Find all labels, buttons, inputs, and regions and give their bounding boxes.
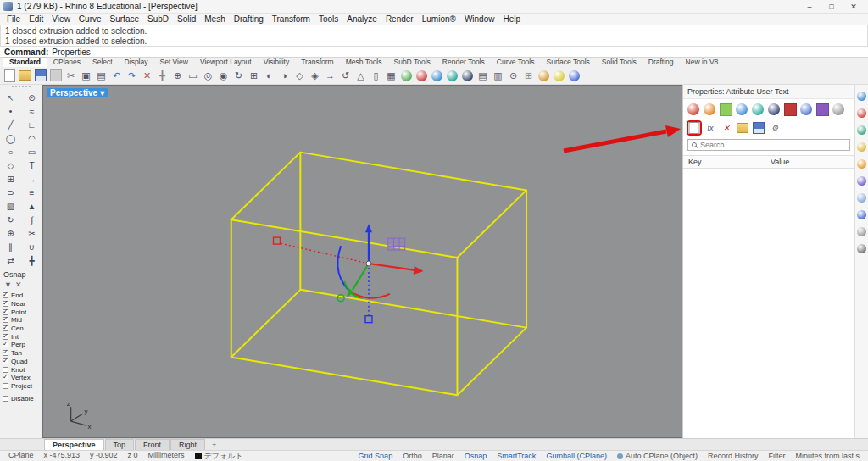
thickness-icon[interactable] bbox=[767, 103, 781, 116]
toolbar-tab[interactable]: Select bbox=[86, 58, 119, 67]
new-file-icon[interactable] bbox=[3, 69, 17, 83]
panel-render-icon[interactable] bbox=[857, 108, 866, 118]
table-header-value[interactable]: Value bbox=[765, 156, 854, 168]
fillet-icon[interactable]: ⊃ bbox=[3, 186, 19, 199]
copy-icon[interactable]: ▣ bbox=[79, 69, 93, 83]
sphere-render-icon[interactable] bbox=[399, 69, 414, 83]
menu-item[interactable]: Curve bbox=[75, 14, 106, 24]
open-file-icon[interactable] bbox=[18, 69, 32, 83]
gumball-icon[interactable]: ╋ bbox=[25, 253, 40, 267]
minimize-button[interactable]: – bbox=[798, 3, 821, 11]
menu-item[interactable]: Transform bbox=[268, 14, 314, 24]
offset-icon[interactable]: ≡ bbox=[25, 186, 40, 199]
panel-macro-icon[interactable] bbox=[857, 244, 866, 253]
transform-icon[interactable]: ⇄ bbox=[3, 253, 19, 267]
more-properties-icon[interactable] bbox=[832, 103, 845, 116]
revolve-icon[interactable]: ↻ bbox=[3, 213, 19, 226]
menu-item[interactable]: Analyze bbox=[342, 14, 381, 24]
maximize-button[interactable]: □ bbox=[821, 3, 843, 11]
menu-item[interactable]: Surface bbox=[106, 14, 143, 24]
shaded-view-icon[interactable]: ◑ bbox=[277, 69, 292, 83]
status-autosave[interactable]: Minutes from last s bbox=[790, 452, 865, 460]
osnap-checkbox-item[interactable]: Vertex bbox=[0, 374, 42, 382]
cut-icon[interactable]: ✂ bbox=[64, 69, 78, 83]
zoom-extents-icon[interactable]: ◎ bbox=[201, 69, 215, 83]
panel-libraries-icon[interactable] bbox=[857, 176, 866, 186]
toolbar-tab[interactable]: Drafting bbox=[643, 58, 680, 67]
grid-options-icon[interactable]: ⊞ bbox=[521, 69, 536, 83]
delete-icon[interactable]: ✕ bbox=[140, 69, 154, 83]
zoom-dynamic-icon[interactable]: ⊕ bbox=[170, 69, 185, 83]
status-cplane[interactable]: CPlane bbox=[3, 451, 39, 461]
points-on-icon[interactable]: ⊞ bbox=[3, 172, 19, 186]
ghosted-view-icon[interactable]: ◈ bbox=[308, 69, 322, 83]
polyline-icon[interactable]: ∟ bbox=[25, 118, 40, 131]
object-snap-icon[interactable]: ⊙ bbox=[506, 69, 520, 83]
rotate-icon[interactable]: ↺ bbox=[338, 69, 353, 83]
edge-softening-icon[interactable] bbox=[751, 103, 765, 116]
osnap-checkbox-item[interactable]: Quad bbox=[0, 358, 42, 366]
toggle-grid-snap[interactable]: Grid Snap bbox=[353, 452, 398, 460]
toolbar-tab[interactable]: Curve Tools bbox=[491, 58, 541, 67]
ellipse-icon[interactable]: ○ bbox=[3, 145, 19, 158]
isocurve-density-icon[interactable] bbox=[799, 103, 813, 116]
display-properties-icon[interactable] bbox=[735, 103, 748, 116]
status-layer[interactable]: デフォルト bbox=[190, 451, 248, 461]
rectangle-icon[interactable]: ▭ bbox=[25, 145, 40, 158]
status-y-coordinate[interactable]: y -0.902 bbox=[85, 451, 123, 461]
panel-web-icon[interactable] bbox=[857, 227, 866, 236]
viewport-menu-icon[interactable]: ▾ bbox=[100, 88, 104, 97]
curve-icon[interactable]: ≈ bbox=[25, 104, 40, 118]
new-viewport-button[interactable]: + bbox=[206, 440, 222, 450]
render-preview-icon[interactable] bbox=[430, 69, 444, 83]
menu-item[interactable]: View bbox=[47, 14, 75, 24]
scale-icon[interactable]: △ bbox=[353, 69, 368, 83]
undo-icon[interactable]: ↶ bbox=[109, 69, 124, 83]
toolbar-tab[interactable]: Viewport Layout bbox=[194, 58, 258, 67]
panel-notes-icon[interactable] bbox=[857, 193, 866, 203]
dimension-style-icon[interactable] bbox=[783, 103, 797, 116]
menu-item[interactable]: Help bbox=[498, 14, 525, 24]
pan-icon[interactable]: ╋ bbox=[155, 69, 170, 83]
save-icon[interactable] bbox=[33, 69, 47, 83]
osnap-checkbox-item[interactable]: Project bbox=[0, 382, 42, 391]
tab-top[interactable]: Top bbox=[105, 439, 135, 450]
select-icon[interactable]: ↖ bbox=[3, 91, 19, 104]
sweep-icon[interactable]: ∫ bbox=[25, 213, 40, 226]
tab-perspective[interactable]: Perspective bbox=[44, 439, 104, 450]
display-mode-icon[interactable]: ◐ bbox=[262, 69, 276, 83]
render-icon[interactable] bbox=[415, 69, 429, 83]
viewport-title[interactable]: Perspective ▾ bbox=[47, 88, 108, 97]
panel-sun-icon[interactable] bbox=[857, 159, 866, 169]
selection-filter-icon[interactable]: ⊙ bbox=[25, 91, 40, 104]
array-icon[interactable]: ▦ bbox=[384, 69, 398, 83]
toggle-smarttrack[interactable]: SmartTrack bbox=[492, 452, 541, 460]
line-icon[interactable]: ╱ bbox=[3, 118, 19, 131]
menu-item[interactable]: Window bbox=[460, 14, 499, 24]
help-ball-icon[interactable] bbox=[567, 69, 581, 83]
osnap-checkbox-item[interactable]: Disable bbox=[0, 394, 42, 403]
polygon-icon[interactable]: ◇ bbox=[3, 158, 19, 172]
toolbar-tab[interactable]: Surface Tools bbox=[541, 58, 596, 67]
redo-icon[interactable]: ↷ bbox=[125, 69, 139, 83]
tab-right[interactable]: Right bbox=[170, 439, 205, 450]
toolbar-tab[interactable]: Visibility bbox=[258, 58, 296, 67]
text-icon[interactable]: T bbox=[25, 158, 40, 172]
toolbar-tab[interactable]: Set View bbox=[153, 58, 193, 67]
panel-material-icon[interactable] bbox=[857, 125, 866, 135]
named-view-icon[interactable]: ⊞ bbox=[247, 69, 261, 83]
menu-item[interactable]: SubD bbox=[143, 14, 173, 24]
point-icon[interactable]: • bbox=[3, 104, 19, 118]
perspective-viewport[interactable]: Perspective ▾ bbox=[42, 85, 682, 438]
split-icon[interactable]: ∥ bbox=[3, 240, 19, 253]
print-icon[interactable] bbox=[48, 69, 63, 83]
add-key-value-icon[interactable]: ✱ bbox=[688, 122, 700, 134]
panel-display-icon[interactable] bbox=[857, 92, 866, 101]
extend-icon[interactable]: → bbox=[25, 172, 40, 186]
menu-item[interactable]: Render bbox=[381, 14, 418, 24]
arc-icon[interactable]: ◠ bbox=[25, 131, 40, 145]
trim-icon[interactable]: ✂ bbox=[25, 226, 40, 240]
paste-icon[interactable]: ▤ bbox=[94, 69, 108, 83]
properties-icon[interactable]: ▥ bbox=[491, 69, 505, 83]
toolbar-tab[interactable]: Standard bbox=[3, 57, 47, 67]
